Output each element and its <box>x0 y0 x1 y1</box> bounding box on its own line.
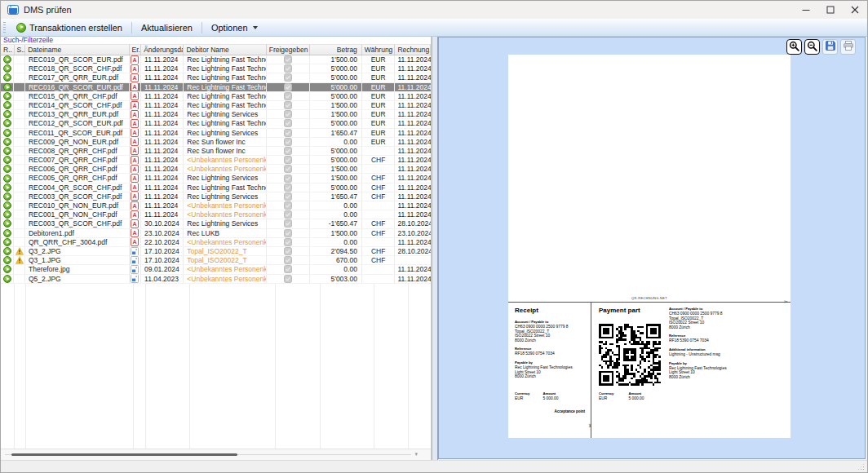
cell-invoice: 11.11.2024 <box>395 201 431 210</box>
payment-title: Payment part <box>599 307 640 314</box>
table-row[interactable]: REC008_QR_QRR_CHF.pdfA11.11.2024Rec Sun … <box>1 147 431 156</box>
cell-amount: 0.00 <box>310 201 362 210</box>
cell-file: Debitoren1.pdf <box>25 229 130 237</box>
table-row[interactable]: REC003_QR_SCOR_CHF.pdfA30.10.2024Rec Lig… <box>1 219 431 228</box>
table-row[interactable]: Q3_2.JPG17.10.2024Topal_ISO20022_T2'094.… <box>1 247 431 256</box>
cell-debitor: Topal_ISO20022_T <box>184 256 267 264</box>
column-header-r[interactable]: R.. <box>1 45 15 55</box>
table-row[interactable]: REC007_QR_QRR_CHF.pdfA11.11.2024<Unbekan… <box>1 156 431 165</box>
cell-date: 11.11.2024 <box>141 183 184 192</box>
cell-amount: 1'500.00 <box>310 229 362 237</box>
column-header-released[interactable]: Freigegeben <box>267 45 310 55</box>
table-row[interactable]: REC016_QR_SCOR_EUR.pdfA11.11.2024Rec Lig… <box>1 83 431 92</box>
play-icon <box>3 265 11 273</box>
resize-grip[interactable] <box>857 463 865 471</box>
table-row[interactable]: REC003_QR_SCOR_CHF.pdfA11.11.2024Rec Lig… <box>1 192 431 201</box>
cell-amount: 0.00 <box>310 265 362 273</box>
cell-debitor: Rec Lightning Services <box>184 110 267 118</box>
cell-released <box>267 92 310 100</box>
table-row[interactable]: REC017_QR_QRR_EUR.pdfA11.11.2024Rec Ligh… <box>1 73 431 82</box>
minimize-button[interactable] <box>794 1 818 19</box>
column-header-type[interactable]: Er.. <box>130 45 142 55</box>
cell-amount: 2'094.50 <box>310 247 362 255</box>
cell-debitor: Rec Lightning Fast Technolog... <box>184 92 267 100</box>
cell-invoice: 11.11.2024 <box>395 192 431 201</box>
cell-invoice: 11.11.2024 <box>395 110 431 118</box>
column-header-date[interactable]: Änderungsda.. <box>141 45 184 55</box>
cell-r <box>1 101 14 109</box>
grid-column-line <box>14 284 15 449</box>
cell-currency: EUR <box>362 64 396 73</box>
table-row[interactable]: REC014_QR_SCOR_CHF.pdfA11.11.2024Rec Lig… <box>1 101 431 110</box>
play-icon <box>3 110 11 118</box>
swiss-qr-code <box>599 324 661 386</box>
column-header-s[interactable]: S.. <box>15 45 26 55</box>
table-row[interactable]: REC019_QR_SCOR_EUR.pdfA11.11.2024Rec Lig… <box>1 55 431 64</box>
print-icon <box>843 40 854 54</box>
search-filter-row[interactable]: Such-/Filterzeile <box>1 37 431 45</box>
zoom-in-button[interactable] <box>786 39 802 55</box>
pdf-file-icon: A <box>131 238 139 246</box>
cell-r <box>1 83 14 91</box>
cell-r <box>1 119 14 127</box>
horizontal-scrollbar[interactable]: ▾ <box>1 449 431 460</box>
maximize-button[interactable] <box>818 1 843 19</box>
column-header-invoice[interactable]: Rechnung... <box>395 45 431 55</box>
table-row[interactable]: REC010_QR_NON_EUR.pdfA11.11.2024<Unbekan… <box>1 201 431 210</box>
cell-date: 30.10.2024 <box>141 219 184 228</box>
table-row[interactable]: REC006_QR_QRR_CHF.pdfA11.11.2024<Unbekan… <box>1 165 431 174</box>
table-row[interactable]: REC018_QR_SCOR_CHF.pdfA11.11.2024Rec Lig… <box>1 64 431 73</box>
options-menu-button[interactable]: Optionen <box>205 20 264 36</box>
cell-debitor: Rec Lightning Fast Technolog... <box>184 119 267 127</box>
svg-text:A: A <box>133 175 137 181</box>
column-header-currency[interactable]: Währung <box>362 45 396 55</box>
cell-s <box>14 83 25 91</box>
cell-debitor: Rec Lightning Fast Technolog... <box>184 83 267 91</box>
cell-r <box>1 275 14 283</box>
bill-receipt-section: Receipt Account / Payable to CH63 0900 0… <box>508 302 591 438</box>
table-row[interactable]: Q5_2.JPG11.04.2023<Unbekanntes Personenk… <box>1 275 431 284</box>
released-checkbox <box>284 147 292 155</box>
cell-debitor: Topal_ISO20022_T <box>184 247 267 255</box>
toolbar-grip-handle[interactable] <box>3 22 6 33</box>
play-icon <box>3 229 11 237</box>
table-row[interactable]: REC009_QR_NON_EUR.pdfA11.11.2024Rec Sun … <box>1 138 431 147</box>
table-row[interactable]: REC001_QR_NON_CHF.pdfA11.11.2024<Unbekan… <box>1 210 431 219</box>
cell-s <box>14 156 25 164</box>
table-row[interactable]: REC011_QR_SCOR_EUR.pdfA11.11.2024Rec Lig… <box>1 129 431 138</box>
refresh-button[interactable]: Aktualisieren <box>135 20 199 36</box>
small-triangle-icon: ▾ <box>414 451 418 458</box>
cell-s <box>14 55 25 64</box>
cell-s <box>14 92 25 100</box>
panel-splitter[interactable] <box>432 37 438 460</box>
table-row[interactable]: REC012_QR_SCOR_EUR.pdfA11.11.2024Rec Lig… <box>1 119 431 128</box>
table-row[interactable]: REC004_QR_SCOR_CHF.pdfA11.11.2024Rec Lig… <box>1 183 431 192</box>
zoom-out-button[interactable] <box>804 39 820 55</box>
table-row[interactable]: QR_QRR_CHF_3004.pdfA22.10.2024<Unbekannt… <box>1 238 431 247</box>
close-button[interactable] <box>843 1 867 19</box>
cell-debitor: Rec Lightning Services <box>184 192 267 201</box>
play-icon <box>3 247 11 255</box>
svg-text:A: A <box>133 221 137 227</box>
cell-currency: CHF <box>362 247 396 255</box>
released-checkbox <box>284 156 292 164</box>
create-transactions-button[interactable]: Transaktionen erstellen <box>10 20 129 36</box>
table-row[interactable]: Debitoren1.pdfA23.10.2024Rec LUKB1'500.0… <box>1 229 431 238</box>
column-header-file[interactable]: Dateiname <box>25 45 129 55</box>
released-checkbox <box>284 83 292 91</box>
cell-date: 11.11.2024 <box>141 129 184 137</box>
cell-file: REC015_QR_QRR_CHF.pdf <box>25 92 130 100</box>
table-row[interactable]: REC013_QR_QRR_EUR.pdfA11.11.2024Rec Ligh… <box>1 110 431 119</box>
table-row[interactable]: REC005_QR_QRR_CHF.pdfA11.11.2024Rec Ligh… <box>1 174 431 183</box>
cell-date: 11.11.2024 <box>141 210 184 219</box>
print-button[interactable] <box>840 39 856 55</box>
table-row[interactable]: REC015_QR_QRR_CHF.pdfA11.11.2024Rec Ligh… <box>1 92 431 101</box>
play-icon <box>3 165 11 173</box>
table-row[interactable]: Q3_1.JPG17.10.2024Topal_ISO20022_T670.00… <box>1 256 431 265</box>
save-button[interactable] <box>822 39 838 55</box>
column-header-amount[interactable]: Betrag <box>310 45 362 55</box>
column-header-debitor[interactable]: Debitor Name <box>184 45 266 55</box>
horizontal-scrollbar-thumb[interactable] <box>11 453 237 456</box>
cell-type <box>130 265 142 273</box>
table-row[interactable]: Therefore.jpg09.01.2024<Unbekanntes Pers… <box>1 265 431 274</box>
